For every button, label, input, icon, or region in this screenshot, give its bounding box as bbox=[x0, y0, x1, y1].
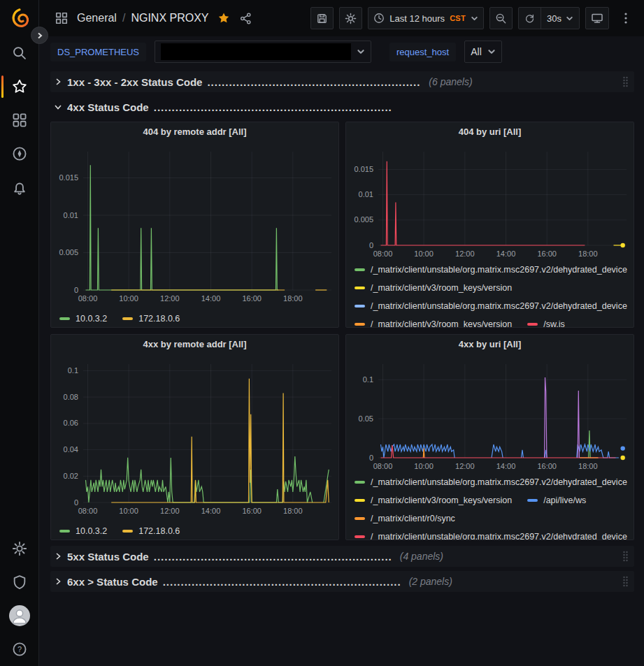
kebab-menu-button[interactable] bbox=[615, 7, 637, 29]
zoom-out-icon bbox=[495, 13, 507, 24]
sidebar-item-starred[interactable] bbox=[0, 70, 38, 103]
legend-item[interactable]: 10.0.3.2 bbox=[59, 526, 107, 536]
chevron-down-icon bbox=[566, 15, 573, 22]
svg-text:08:00: 08:00 bbox=[373, 249, 393, 258]
legend-item[interactable]: /_matrix/client/unstable/org.matrix.msc2… bbox=[355, 532, 627, 540]
series-name: /_matrix/client/unstable/org.matrix.msc2… bbox=[371, 265, 627, 275]
panel-title[interactable]: 404 by uri [All] bbox=[346, 122, 634, 142]
time-series-chart[interactable]: 00.050.108:0010:0012:0014:0016:0018:00 bbox=[346, 354, 634, 473]
legend-item[interactable]: 172.18.0.6 bbox=[122, 526, 180, 536]
series-color-swatch bbox=[355, 287, 365, 289]
legend-item[interactable]: /api/live/ws bbox=[527, 495, 586, 505]
series-name: /_matrix/client/unstable/org.matrix.msc2… bbox=[371, 477, 627, 487]
svg-text:0.08: 0.08 bbox=[64, 393, 78, 401]
svg-text:14:00: 14:00 bbox=[201, 507, 221, 515]
panel-title[interactable]: 404 by remote addr [All] bbox=[51, 122, 338, 142]
row-title: 1xx - 3xx - 2xx Status Code bbox=[67, 76, 202, 88]
share-icon[interactable] bbox=[240, 13, 252, 24]
sidebar-item-dashboards[interactable] bbox=[0, 103, 38, 137]
sidebar-item-configuration[interactable] bbox=[0, 532, 38, 565]
dashboard-settings-button[interactable] bbox=[339, 7, 362, 29]
dashboard-content: DS_PROMETHEUS request_host All 1xx - 3xx… bbox=[39, 36, 644, 666]
svg-text:0.01: 0.01 bbox=[359, 190, 373, 198]
legend-row: 10.0.3.2172.18.0.6 bbox=[59, 522, 338, 540]
row-4xx[interactable]: 4xx Status Code ........................… bbox=[50, 96, 634, 117]
row-panel-count: (6 panels) bbox=[429, 76, 472, 87]
save-dashboard-button[interactable] bbox=[310, 7, 334, 29]
legend-item[interactable]: /_matrix/client/v3/room_keys/version bbox=[355, 283, 512, 293]
sidebar-bottom: ? bbox=[0, 532, 38, 666]
time-series-chart[interactable]: 00.020.040.060.080.108:0010:0012:0014:00… bbox=[51, 354, 338, 518]
legend-item[interactable]: /_matrix/client/unstable/org.matrix.msc2… bbox=[355, 477, 627, 487]
row-5xx[interactable]: 5xx Status Code ........................… bbox=[50, 546, 634, 567]
sidebar-item-help[interactable]: ? bbox=[0, 632, 38, 666]
legend-item[interactable]: 172.18.0.6 bbox=[122, 314, 180, 324]
chevron-right-icon bbox=[36, 32, 43, 39]
sidebar-item-alerting[interactable] bbox=[0, 171, 38, 204]
chevron-down-icon bbox=[471, 15, 478, 22]
refresh-interval-dropdown[interactable]: 30s bbox=[541, 8, 579, 29]
legend-item[interactable]: /_matrix/client/v3/room_keys/version bbox=[355, 495, 512, 505]
legend-item[interactable]: /_matrix/client/unstable/org.matrix.msc2… bbox=[355, 265, 627, 275]
row-1xx-3xx-2xx[interactable]: 1xx - 3xx - 2xx Status Code ............… bbox=[50, 71, 634, 92]
refresh-button[interactable] bbox=[519, 8, 541, 29]
clock-icon bbox=[373, 13, 385, 24]
series-color-swatch bbox=[355, 268, 365, 271]
svg-text:0: 0 bbox=[74, 286, 78, 294]
svg-text:0.005: 0.005 bbox=[59, 248, 78, 256]
refresh-group: 30s bbox=[518, 7, 580, 29]
panel-chart: 00.050.108:0010:0012:0014:0016:0018:00 bbox=[346, 354, 634, 473]
zoom-out-time-button[interactable] bbox=[489, 7, 513, 29]
tv-mode-button[interactable] bbox=[585, 7, 609, 29]
legend-item[interactable]: /_matrix/client/r0/sync bbox=[355, 514, 455, 523]
series-name: /_matrix/client/unstable/org.matrix.msc2… bbox=[371, 301, 627, 311]
legend-row: /_matrix/client/v3/room_keys/version/api… bbox=[355, 491, 634, 509]
legend-item[interactable]: /sw.js bbox=[527, 319, 565, 328]
panel-title[interactable]: 4xx by remote addr [All] bbox=[51, 335, 338, 354]
save-icon bbox=[316, 13, 328, 24]
row-drag-handle[interactable] bbox=[621, 574, 630, 588]
grafana-dashboard: ? General / NGINX PROXY Last 12 h bbox=[0, 0, 644, 666]
row-title: 5xx Status Code bbox=[67, 551, 149, 563]
breadcrumb-folder[interactable]: General bbox=[77, 12, 117, 24]
time-series-chart[interactable]: 00.0050.010.01508:0010:0012:0014:0016:00… bbox=[51, 142, 338, 305]
datasource-select[interactable] bbox=[155, 41, 371, 63]
svg-text:14:00: 14:00 bbox=[496, 249, 516, 258]
svg-text:18:00: 18:00 bbox=[578, 462, 598, 470]
star-favorite-icon[interactable] bbox=[217, 12, 230, 24]
sidebar: ? bbox=[0, 0, 39, 666]
row-title-dots: ........................................… bbox=[163, 576, 401, 588]
legend-row: 10.0.3.2172.18.0.6 bbox=[59, 310, 338, 328]
row-drag-handle[interactable] bbox=[621, 549, 630, 563]
row-title-dots: ........................................… bbox=[207, 76, 420, 88]
sidebar-item-profile[interactable] bbox=[0, 599, 38, 632]
panel-4xx-by-remote-addr: 4xx by remote addr [All] 00.020.040.060.… bbox=[50, 334, 339, 540]
legend-item[interactable]: 10.0.3.2 bbox=[59, 314, 107, 324]
svg-text:0: 0 bbox=[74, 498, 78, 507]
request-host-value: All bbox=[471, 46, 482, 57]
legend-item[interactable]: /_matrix/client/v3/room_keys/version bbox=[355, 319, 512, 328]
sidebar-expand-button[interactable] bbox=[31, 27, 48, 44]
row-drag-handle[interactable] bbox=[621, 75, 630, 89]
time-series-chart[interactable]: 00.0050.010.01508:0010:0012:0014:0016:00… bbox=[346, 142, 634, 261]
time-range-picker[interactable]: Last 12 hours CST bbox=[368, 7, 484, 29]
series-color-swatch bbox=[122, 530, 133, 533]
series-color-swatch bbox=[355, 323, 365, 326]
sidebar-item-server-admin[interactable] bbox=[0, 565, 38, 599]
request-host-select[interactable]: All bbox=[464, 41, 502, 63]
legend-row: /_matrix/client/unstable/org.matrix.msc2… bbox=[355, 297, 634, 315]
gear-icon bbox=[12, 541, 27, 556]
svg-text:14:00: 14:00 bbox=[201, 294, 221, 303]
legend-item[interactable]: /_matrix/client/unstable/org.matrix.msc2… bbox=[355, 301, 627, 311]
row-6xx[interactable]: 6xx > Status Code ......................… bbox=[50, 571, 634, 592]
datasource-value-redacted bbox=[161, 43, 351, 60]
svg-text:16:00: 16:00 bbox=[242, 507, 262, 515]
svg-text:0.015: 0.015 bbox=[59, 173, 78, 182]
series-name: /api/live/ws bbox=[543, 495, 586, 505]
sidebar-item-explore[interactable] bbox=[0, 137, 38, 171]
series-color-swatch bbox=[527, 499, 538, 502]
page-title[interactable]: NGINX PROXY bbox=[131, 12, 208, 24]
panel-title[interactable]: 4xx by uri [All] bbox=[346, 335, 634, 354]
chevron-right-icon bbox=[53, 577, 63, 586]
legend-row: /_matrix/client/unstable/org.matrix.msc2… bbox=[355, 261, 634, 279]
